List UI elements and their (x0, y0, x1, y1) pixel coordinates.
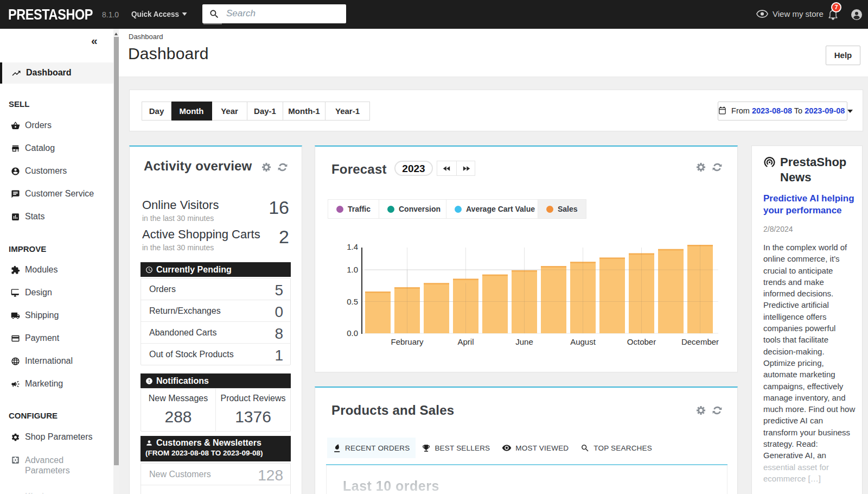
svg-text:June: June (515, 337, 533, 346)
svg-text:0.0: 0.0 (347, 328, 358, 338)
svg-text:February: February (391, 337, 424, 346)
svg-text:December: December (681, 337, 719, 346)
svg-text:August: August (570, 337, 596, 346)
svg-text:0.5: 0.5 (347, 297, 358, 306)
svg-text:1.0: 1.0 (347, 265, 358, 274)
svg-text:1.4: 1.4 (347, 242, 358, 251)
svg-text:April: April (457, 337, 474, 346)
svg-text:October: October (627, 337, 656, 346)
